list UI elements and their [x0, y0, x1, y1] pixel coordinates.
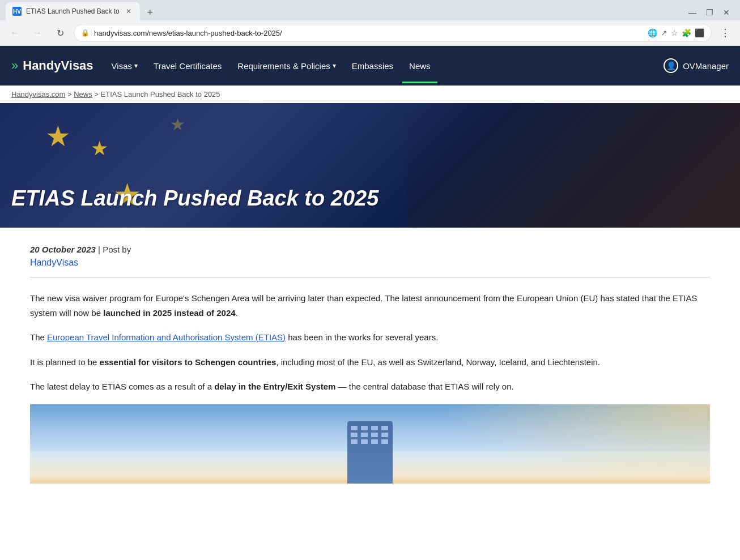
new-tab-button[interactable]: +: [142, 5, 158, 20]
nav-items: Visas ▾ Travel Certificates Requirements…: [105, 57, 664, 75]
forward-button[interactable]: →: [28, 24, 46, 42]
content-area: 20 October 2023 | Post by HandyVisas The…: [19, 228, 721, 501]
article-body: The new visa waiver program for Europe's…: [30, 291, 710, 394]
window: [361, 433, 368, 437]
content-divider: [30, 277, 710, 277]
tab-bar: HV ETIAS Launch Pushed Back to ✕ + — ❐ ✕: [0, 0, 740, 20]
window: [351, 433, 358, 437]
close-button[interactable]: ✕: [718, 5, 734, 20]
etias-link[interactable]: European Travel Information and Authoris…: [47, 332, 286, 342]
browser-chrome: HV ETIAS Launch Pushed Back to ✕ + — ❐ ✕…: [0, 0, 740, 46]
paragraph-1: The new visa waiver program for Europe's…: [30, 291, 710, 320]
breadcrumb-home[interactable]: Handyvisas.com: [11, 90, 65, 99]
breadcrumb: Handyvisas.com > News > ETIAS Launch Pus…: [0, 86, 740, 103]
post-date: 20 October 2023: [30, 245, 96, 254]
window: [381, 439, 388, 444]
paragraph-3: It is planned to be essential for visito…: [30, 355, 710, 370]
logo[interactable]: » HandyVisas: [11, 58, 93, 73]
window: [351, 426, 358, 430]
nav-item-visas[interactable]: Visas ▾: [105, 57, 144, 75]
window: [361, 439, 368, 444]
url-text: handyvisas.com/news/etias-launch-pushed-…: [94, 29, 643, 37]
paragraph-2: The European Travel Information and Auth…: [30, 330, 710, 345]
share-icon[interactable]: ↗: [661, 28, 667, 37]
requirements-chevron-icon: ▾: [333, 62, 336, 70]
address-bar-row: ← → ↻ 🔒 handyvisas.com/news/etias-launch…: [0, 20, 740, 45]
active-tab[interactable]: HV ETIAS Launch Pushed Back to ✕: [6, 2, 140, 20]
post-by-label: | Post by: [98, 245, 131, 254]
nav-item-travel-certificates[interactable]: Travel Certificates: [147, 57, 228, 75]
sun-glow: [438, 404, 710, 484]
window: [371, 426, 378, 430]
visas-chevron-icon: ▾: [134, 62, 138, 70]
window: [371, 439, 378, 444]
back-button[interactable]: ←: [6, 24, 24, 42]
minimize-button[interactable]: —: [684, 5, 700, 20]
tab-title: ETIAS Launch Pushed Back to: [26, 7, 120, 15]
window-controls: — ❐ ✕: [684, 5, 734, 20]
window: [381, 426, 388, 430]
building-image: [347, 421, 393, 484]
building-windows: [347, 421, 393, 448]
logo-icon: »: [11, 58, 18, 73]
window: [361, 426, 368, 430]
nav-item-embassies[interactable]: Embassies: [345, 57, 400, 75]
window: [381, 433, 388, 437]
paragraph-4: The latest delay to ETIAS comes as a res…: [30, 379, 710, 394]
article-bottom-image: [30, 404, 710, 484]
ov-manager-link[interactable]: 👤 OVManager: [664, 58, 729, 73]
paragraph-3-bold: essential for visitors to Schengen count…: [100, 357, 277, 367]
post-author[interactable]: HandyVisas: [30, 258, 710, 268]
site-nav: » HandyVisas Visas ▾ Travel Certificates…: [0, 46, 740, 86]
nav-right: 👤 OVManager: [664, 58, 729, 73]
logo-text: HandyVisas: [23, 58, 93, 73]
article-hero-title: ETIAS Launch Pushed Back to 2025: [11, 186, 729, 211]
paragraph-4-bold: delay in the Entry/Exit System: [214, 382, 335, 391]
hero-banner: ★ ★ ★ ★ ETIAS Launch Pushed Back to 2025: [0, 103, 740, 228]
window: [351, 439, 358, 444]
nav-item-requirements[interactable]: Requirements & Policies ▾: [231, 57, 342, 75]
post-meta: 20 October 2023 | Post by: [30, 245, 710, 254]
reload-button[interactable]: ↻: [51, 24, 69, 42]
nav-item-news[interactable]: News: [402, 57, 437, 75]
tab-favicon: HV: [12, 7, 22, 16]
user-icon: 👤: [664, 58, 678, 73]
more-menu-button[interactable]: ⋮: [716, 24, 734, 42]
breadcrumb-current: ETIAS Launch Pushed Back to 2025: [101, 90, 220, 99]
address-bar[interactable]: 🔒 handyvisas.com/news/etias-launch-pushe…: [74, 24, 712, 42]
restore-button[interactable]: ❐: [701, 5, 717, 20]
extension-icon[interactable]: 🧩: [682, 28, 691, 37]
window: [371, 433, 378, 437]
website: » HandyVisas Visas ▾ Travel Certificates…: [0, 46, 740, 501]
breadcrumb-news[interactable]: News: [74, 90, 92, 99]
lock-icon: 🔒: [81, 29, 90, 37]
paragraph-1-bold: launched in 2025 instead of 2024: [103, 308, 235, 318]
address-bar-icons: 🌐 ↗ ☆ 🧩 ⬛: [648, 28, 704, 37]
sidebar-icon[interactable]: ⬛: [695, 28, 704, 37]
translate-icon[interactable]: 🌐: [648, 28, 657, 37]
hero-title-overlay: ETIAS Launch Pushed Back to 2025: [0, 169, 740, 228]
bookmark-icon[interactable]: ☆: [671, 28, 678, 37]
tab-close-button[interactable]: ✕: [124, 7, 133, 16]
